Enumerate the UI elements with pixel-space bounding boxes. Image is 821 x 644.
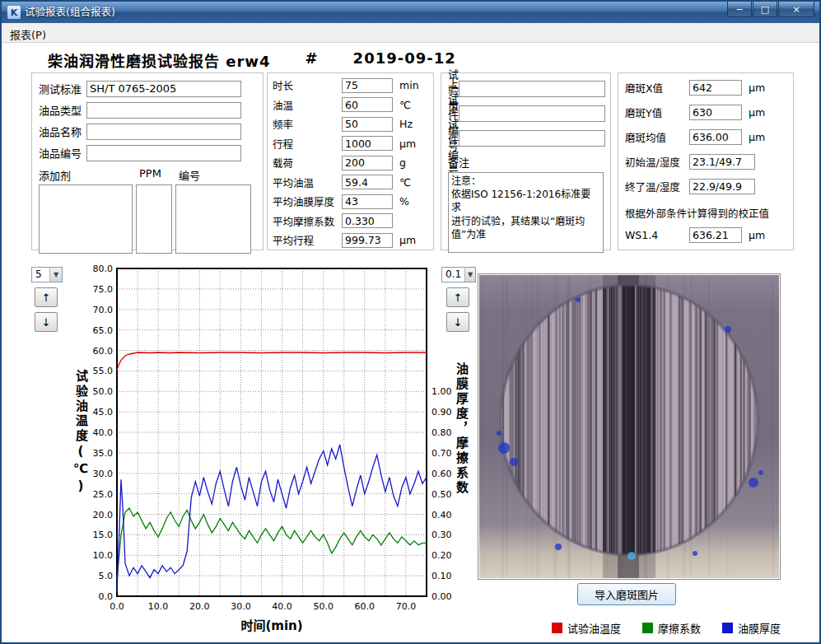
field-row: 平均摩擦系数 [273,212,428,231]
svg-text:5.0: 5.0 [99,571,114,581]
svg-text:70.0: 70.0 [93,305,114,315]
field-row: 平均油温℃ [273,173,428,193]
left-axis-down-button[interactable]: ↓ [35,312,58,332]
svg-text:0.50: 0.50 [431,489,452,500]
svg-text:0.60: 0.60 [431,469,452,479]
minimize-button[interactable]: ─ [727,2,752,17]
field-input[interactable] [689,227,742,243]
sample-info-panel: 测试标准油品类型油品名称油品编号 添加剂 PPM 编号 [31,72,264,250]
remarks-label: 备注 [448,154,604,170]
field-input[interactable] [459,105,605,122]
chevron-down-icon[interactable]: ▼ [464,268,475,282]
unit-label: µm [749,82,765,94]
svg-text:0.10: 0.10 [431,571,452,581]
field-label: 磨斑Y值 [625,105,689,120]
x-axis-title: 时间(min) [222,616,321,633]
left-scale-combobox[interactable]: 5 ▼ [31,267,63,282]
svg-text:30.0: 30.0 [231,601,251,612]
remarks-textarea[interactable]: 注意： 依据ISO 12156-1:2016标准要求 进行的试验，其结果以“磨斑… [448,172,604,253]
trend-chart: 0.05.010.015.020.025.030.035.040.045.050… [87,262,458,624]
field-input[interactable] [689,179,755,194]
field-label: 油品编号 [39,145,86,161]
import-scar-image-button[interactable]: 导入磨斑图片 [577,583,676,605]
field-row: 试验员 [448,77,604,101]
field-input[interactable] [689,129,742,145]
legend-item: 摩擦系数 [642,620,701,636]
svg-text:0.80: 0.80 [431,427,452,438]
unit-label: µm [749,131,765,143]
field-input[interactable] [342,117,393,132]
field-input[interactable] [342,97,393,112]
additive-labels: 添加剂 PPM 编号 [39,167,256,183]
field-input[interactable] [459,81,605,97]
svg-text:80.0: 80.0 [93,264,114,274]
legend-item: 油膜厚度 [722,620,781,636]
chart-legend: 试验油温度摩擦系数油膜厚度 [552,620,781,636]
correction-caption: 根据外部条件计算得到的校正值 [625,205,786,221]
field-input[interactable] [342,136,393,151]
field-label: 终了温/湿度 [625,179,689,194]
maximize-button[interactable]: □ [753,2,777,17]
field-label: 行程 [273,136,342,152]
field-row: 行程µm [273,134,428,154]
svg-text:10.0: 10.0 [148,601,169,612]
field-row: 磨斑X值µm [625,75,786,100]
left-axis-up-button[interactable]: ↑ [35,287,58,307]
svg-text:35.0: 35.0 [93,448,114,459]
field-input[interactable] [459,130,605,147]
field-input[interactable] [342,194,393,209]
test-params-panel: 时长min油温℃频率Hz行程µm载荷g平均油温℃平均油膜厚度%平均摩擦系数平均行… [267,72,434,250]
field-input[interactable] [342,78,393,93]
unit-label: min [399,79,422,91]
field-input[interactable] [86,81,241,97]
field-input[interactable] [342,175,393,189]
svg-text:75.0: 75.0 [93,284,114,295]
field-row: 磨斑Y值µm [625,100,786,124]
field-row: 油品编号 [39,143,256,162]
legend-label: 试验油温度 [567,620,621,636]
field-row: WS1.4µm [625,222,786,247]
app-window: K 试验报表(组合报表) ─ □ × 报表(P) 柴油润滑性磨损试验报告 erw… [0,0,821,644]
svg-text:40.0: 40.0 [93,427,114,438]
ppm-textarea[interactable] [136,184,172,254]
menubar: 报表(P) [2,23,819,43]
field-input[interactable] [689,105,742,120]
app-icon: K [7,6,21,19]
field-input[interactable] [342,156,393,170]
svg-text:70.0: 70.0 [396,601,417,612]
close-button[interactable]: × [778,2,814,17]
field-input[interactable] [86,102,241,119]
field-label: 测试标准 [39,81,86,96]
chevron-down-icon[interactable]: ▼ [49,268,62,282]
unit-label: % [399,195,422,208]
field-label: 油品类型 [39,102,86,118]
field-row: 初始温/湿度 [625,149,786,174]
additive-textarea[interactable] [39,184,133,254]
field-input[interactable] [689,154,755,170]
field-label: 平均行程 [273,232,342,248]
svg-text:0.0: 0.0 [110,601,124,612]
unit-label: µm [399,138,422,150]
svg-text:0.30: 0.30 [431,530,452,540]
field-input[interactable] [342,213,393,228]
field-input[interactable] [86,145,241,161]
field-input[interactable] [689,80,742,96]
field-label: WS1.4 [625,229,689,241]
field-row: 下试件编号 [448,126,604,151]
field-row: 油品类型 [39,100,256,119]
wear-scar-image [479,275,779,578]
field-input[interactable] [342,233,393,248]
svg-text:30.0: 30.0 [93,469,114,479]
svg-text:10.0: 10.0 [93,550,114,561]
titlebar[interactable]: K 试验报表(组合报表) ─ □ × [2,2,819,23]
number-textarea[interactable] [175,184,251,254]
field-row: 平均行程µm [273,231,428,250]
svg-text:50.0: 50.0 [93,386,114,397]
menu-report[interactable]: 报表(P) [2,23,54,45]
unit-label: ℃ [399,99,422,111]
svg-text:65.0: 65.0 [93,325,114,336]
report-title-text: 柴油润滑性磨损试验报告 erw4 [48,49,271,71]
window-title: 试验报表(组合报表) [25,2,115,23]
field-input[interactable] [86,124,241,140]
field-row: 平均油膜厚度% [273,192,428,212]
